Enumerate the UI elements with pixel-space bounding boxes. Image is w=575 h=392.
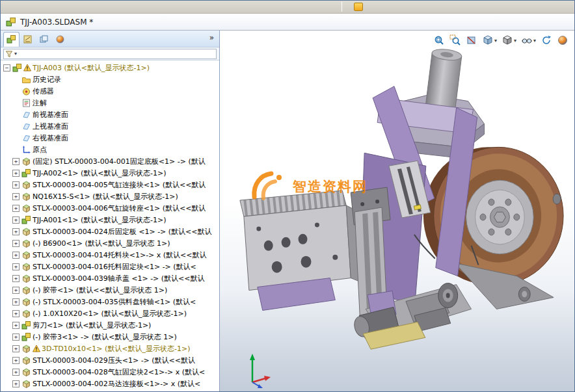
configurationmanager-tab[interactable] (36, 32, 52, 47)
tree-item[interactable]: +STLX-00003-004-014托料块<1>-> x (默认<<默认 (1, 249, 219, 261)
tree-item[interactable]: +STLX-00003-004-028气缸固定块2<1>-> x (默认< (1, 366, 219, 378)
dropdown-caret-icon[interactable]: ▾ (494, 38, 497, 44)
filter-caret-icon[interactable]: ▾ (14, 51, 17, 57)
tree-item[interactable]: +剪刀<1> (默认<默认_显示状态-1>) (1, 319, 219, 331)
tree-item[interactable]: +(-) 胶带3<1> -> (默认<默认_显示状态 1>) (1, 331, 219, 343)
tree-item[interactable]: +NQ16X15-S<1> (默认<默认_显示状态-1>) (1, 190, 219, 202)
part-icon (21, 239, 31, 248)
tree-item-label: (-) 胶带<1> (默认<<默认_显示状态 1>) (33, 285, 167, 295)
tree-item[interactable]: +TJJ-A002<1> (默认<默认_显示状态-1>) (1, 167, 219, 179)
dropdown-caret-icon[interactable]: ▾ (514, 38, 516, 44)
feed-block[interactable] (240, 190, 360, 310)
tree-item[interactable]: −TJJ-A003 (默认<默认_显示状态-1>) (1, 62, 219, 73)
tree-item[interactable]: +STLX-00003-004-016托料固定块<1> -> (默认< (1, 261, 219, 272)
panel-overflow-button[interactable]: » (209, 33, 214, 42)
propertymanager-tab[interactable] (20, 32, 36, 47)
main-toolbar-strip (1, 1, 574, 14)
tree-item[interactable]: 传感器 (1, 85, 219, 97)
tree-expander[interactable]: + (12, 263, 20, 270)
tree-expander[interactable]: + (12, 181, 20, 189)
tree-filter-input[interactable]: ▾ (3, 49, 217, 59)
tree-expander[interactable]: + (12, 275, 20, 282)
tree-item[interactable]: 注解 (1, 97, 219, 109)
tree-expander[interactable]: + (12, 193, 20, 200)
config-icon (39, 34, 49, 44)
zoom-to-area-icon[interactable] (449, 34, 462, 47)
part-icon (21, 157, 31, 166)
tree-icon (7, 34, 16, 44)
folder-icon (21, 75, 31, 85)
zoom-to-fit-icon[interactable] (433, 34, 446, 47)
yellow-document-icon[interactable] (354, 3, 363, 11)
tree-expander[interactable]: − (3, 64, 10, 72)
rotate-view-icon[interactable] (540, 34, 553, 47)
tree-item[interactable]: +(-) 1.0X10X20<1> (默认<默认_显示状态-1>) (1, 307, 219, 319)
property-icon (23, 34, 33, 44)
tree-expander[interactable]: + (12, 310, 20, 317)
tree-expander[interactable]: + (12, 380, 20, 387)
origin-icon (21, 145, 31, 155)
tree-item[interactable]: +STLX-00003-004-006气缸旋转座<1> (默认<<默认 (1, 202, 219, 214)
part-icon (21, 227, 31, 237)
hide-show-items-icon[interactable]: ▾ (520, 34, 537, 47)
tree-expander[interactable]: + (12, 357, 20, 364)
tree-item[interactable]: 右视基准面 (1, 132, 219, 144)
document-titlebar[interactable]: TJJ-A003.SLDASM * (1, 14, 574, 31)
featuremanager-tab[interactable] (3, 32, 20, 47)
tree-item-label: STLX-00003-004-002马达连接板<1>-> x (默认< (33, 379, 200, 389)
appearance-icon[interactable] (556, 34, 569, 47)
tree-item[interactable]: +STLX-00003-004-024后固定板 <1> -> (默认<<默认 (1, 226, 219, 237)
tree-item[interactable]: 原点 (1, 144, 219, 155)
section-view-icon[interactable] (465, 34, 478, 47)
tree-item[interactable]: +TJJ-A001<1> (默认<默认_显示状态-1>) (1, 214, 219, 226)
tree-item[interactable]: +(-) STLX-00003-004-035供料盘转轴<1> (默认< (1, 296, 219, 307)
tree-expander[interactable]: + (12, 298, 20, 306)
part-icon (21, 180, 31, 190)
part-icon (21, 192, 31, 202)
tree-expander[interactable]: + (12, 287, 20, 294)
note-icon (21, 98, 31, 108)
tree-item[interactable]: +(-) 胶带<1> (默认<<默认_显示状态 1>) (1, 284, 219, 296)
tree-item[interactable]: +STLX-00003-004-039轴承盖 <1> -> (默认<<默认 (1, 272, 219, 284)
tree-expander[interactable]: + (12, 369, 20, 376)
tree-item[interactable]: 历史记录 (1, 73, 219, 85)
tree-item[interactable]: +STLX-00003-004-005气缸连接块<1> (默认<<默认 (1, 179, 219, 190)
assembly-3d-model[interactable] (220, 31, 574, 391)
tree-expander[interactable]: + (12, 205, 20, 212)
tree-expander[interactable]: + (12, 252, 20, 259)
tree-expander[interactable]: + (12, 228, 20, 235)
tree-expander[interactable]: + (12, 170, 20, 177)
view-orientation-icon[interactable]: ▾ (481, 34, 498, 47)
tree-item[interactable]: 上视基准面 (1, 120, 219, 132)
tree-item[interactable]: +(-) B6900<1> (默认<默认_显示状态 1>) (1, 237, 219, 249)
tree-item-label: 原点 (33, 145, 47, 155)
tree-item-label: 前视基准面 (33, 110, 68, 120)
tree-expander[interactable]: + (12, 240, 20, 247)
tree-expander[interactable]: + (12, 216, 20, 224)
tree-item-label: STLX-00003-004-028气缸固定块2<1>-> x (默认< (33, 367, 205, 377)
display-style-icon[interactable]: ▾ (501, 34, 517, 47)
dropdown-caret-icon[interactable]: ▾ (533, 38, 536, 44)
part-icon (21, 203, 31, 213)
part-icon (21, 274, 31, 283)
tree-item[interactable]: +3D-TD10x10<1> (默认<默认_显示状态-1>) (1, 343, 219, 354)
part-icon (21, 379, 31, 389)
warning-icon (33, 345, 40, 352)
tree-expander[interactable]: + (12, 333, 20, 341)
tree-item[interactable]: +(固定) STLX-00003-004-001固定底板<1> -> (默认 (1, 155, 219, 167)
tree-expander[interactable]: + (12, 322, 20, 329)
tree-item[interactable]: +STLX-00003-004-029压头<1> -> (默认<<默认 (1, 354, 219, 366)
graphics-viewport[interactable]: ▾▾▾ 智造资料网 (220, 31, 574, 391)
part-icon (21, 356, 31, 365)
tree-item-label: 3D-TD10x10<1> (默认<默认_显示状态-1>) (42, 344, 191, 354)
plane-icon (21, 133, 31, 143)
tree-item-label: STLX-00003-004-029压头<1> -> (默认<<默认 (33, 356, 195, 365)
document-title: TJJ-A003.SLDASM * (20, 18, 93, 27)
plane-icon (21, 110, 31, 120)
tree-item-label: STLX-00003-004-014托料块<1>-> x (默认<<默认 (33, 250, 207, 260)
tree-expander[interactable]: + (12, 158, 20, 165)
tree-expander[interactable]: + (12, 345, 20, 352)
tree-item[interactable]: 前视基准面 (1, 109, 219, 120)
displaymanager-tab[interactable] (52, 32, 68, 47)
tree-item[interactable]: +STLX-00003-004-002马达连接板<1>-> x (默认< (1, 378, 219, 389)
